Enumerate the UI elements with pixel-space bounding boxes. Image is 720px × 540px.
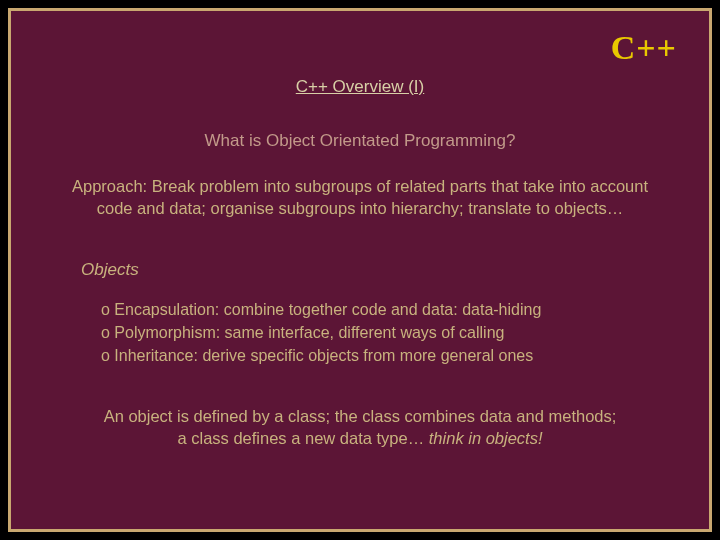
list-item: o Encapsulation: combine together code a… — [101, 298, 673, 321]
approach-paragraph: Approach: Break problem into subgroups o… — [47, 175, 673, 220]
footer-line-1: An object is defined by a class; the cla… — [104, 407, 617, 425]
footer-line-2-plain: a class defines a new data type… — [177, 429, 428, 447]
footer-paragraph: An object is defined by a class; the cla… — [47, 405, 673, 450]
bullet-list: o Encapsulation: combine together code a… — [101, 298, 673, 368]
objects-heading: Objects — [81, 260, 673, 280]
list-item: o Polymorphism: same interface, differen… — [101, 321, 673, 344]
slide-outer: C++ C++ Overview (I) What is Object Orie… — [0, 0, 720, 540]
slide: C++ C++ Overview (I) What is Object Orie… — [8, 8, 712, 532]
slide-subheading: What is Object Orientated Programming? — [47, 131, 673, 151]
slide-title: C++ Overview (I) — [47, 77, 673, 97]
footer-line-2-emph: think in objects! — [429, 429, 543, 447]
language-logo: C++ — [611, 29, 677, 67]
list-item: o Inheritance: derive specific objects f… — [101, 344, 673, 367]
